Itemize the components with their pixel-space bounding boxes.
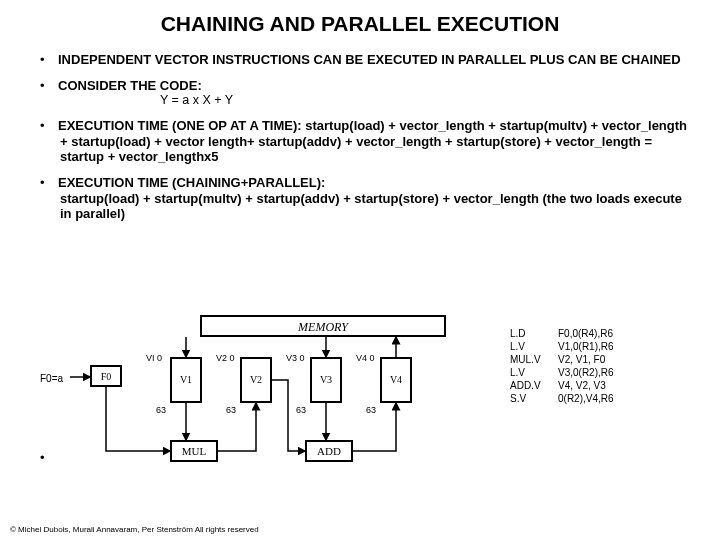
pipeline-diagram: MEMORY F0=a F0 V1 V2 V3 V4 VI 0 V2 0 V3 …: [40, 315, 680, 485]
bullet-dot: •: [40, 118, 58, 134]
reg-v2: V2: [240, 357, 272, 403]
bullet-2-text: CONSIDER THE CODE:: [58, 78, 202, 93]
instr-row: L.VV3,0(R2),R6: [510, 366, 614, 379]
reg-v4: V4: [380, 357, 412, 403]
bullet-1-text: INDEPENDENT VECTOR INSTRUCTIONS CAN BE E…: [58, 52, 681, 67]
instr-row: MUL.VV2, V1, F0: [510, 353, 614, 366]
reg-v3: V3: [310, 357, 342, 403]
instr-row: S.V0(R2),V4,R6: [510, 392, 614, 405]
bullet-4-label: EXECUTION TIME (CHAINING+PARALLEL):: [58, 175, 325, 190]
v4-lbl: V4 0: [356, 353, 375, 363]
v2-lbl: V2 0: [216, 353, 235, 363]
reg-f0: F0: [90, 365, 122, 387]
bullet-3: •EXECUTION TIME (ONE OP AT A TIME): star…: [40, 118, 690, 165]
f0a-label: F0=a: [40, 373, 63, 384]
bullet-list: •INDEPENDENT VECTOR INSTRUCTIONS CAN BE …: [0, 52, 720, 222]
v2-63: 63: [226, 405, 236, 415]
bullet-dot: •: [40, 52, 58, 68]
instruction-list: L.DF0,0(R4),R6 L.VV1,0(R1),R6 MUL.VV2, V…: [510, 327, 614, 405]
bullet-dot: •: [40, 175, 58, 191]
v1-lbl: VI 0: [146, 353, 162, 363]
add-box: ADD: [305, 440, 353, 462]
v1-63: 63: [156, 405, 166, 415]
bullet-3-label: EXECUTION TIME (ONE OP AT A TIME):: [58, 118, 302, 133]
v4-63: 63: [366, 405, 376, 415]
instr-row: L.DF0,0(R4),R6: [510, 327, 614, 340]
bullet-2: •CONSIDER THE CODE:: [40, 78, 690, 94]
bullet-2-sub: Y = a x X + Y: [40, 93, 690, 108]
lone-bullet: •: [40, 450, 45, 465]
instr-row: L.VV1,0(R1),R6: [510, 340, 614, 353]
bullet-4: •EXECUTION TIME (CHAINING+PARALLEL): sta…: [40, 175, 690, 222]
reg-v1: V1: [170, 357, 202, 403]
mul-box: MUL: [170, 440, 218, 462]
bullet-1: •INDEPENDENT VECTOR INSTRUCTIONS CAN BE …: [40, 52, 690, 68]
copyright: © Michel Dubois, Murali Annavaram, Per S…: [10, 525, 259, 534]
memory-box: MEMORY: [200, 315, 446, 337]
v3-lbl: V3 0: [286, 353, 305, 363]
bullet-dot: •: [40, 78, 58, 94]
bullet-4-rest: startup(load) + startup(multv) + startup…: [60, 191, 682, 222]
v3-63: 63: [296, 405, 306, 415]
instr-row: ADD.VV4, V2, V3: [510, 379, 614, 392]
slide-title: CHAINING AND PARALLEL EXECUTION: [0, 0, 720, 42]
